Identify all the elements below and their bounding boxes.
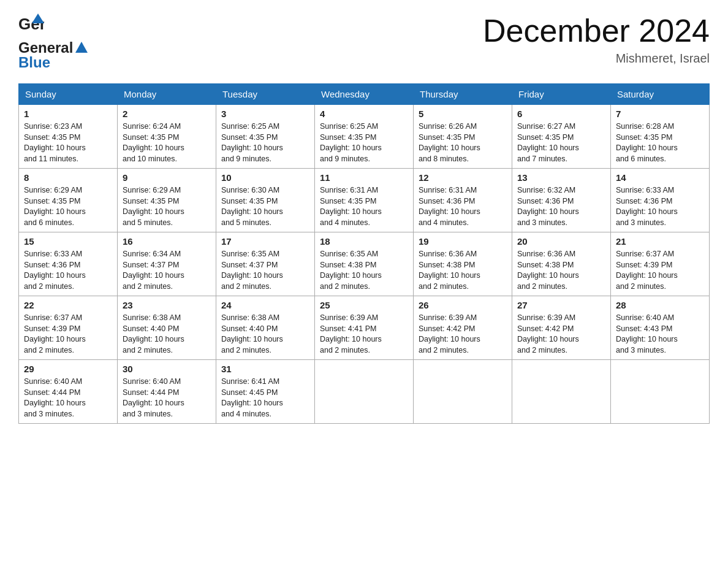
day-number: 30 bbox=[123, 364, 211, 374]
day-number: 1 bbox=[24, 109, 112, 119]
day-info: Sunrise: 6:34 AM Sunset: 4:37 PM Dayligh… bbox=[123, 249, 211, 292]
day-cell-7: 7 Sunrise: 6:28 AM Sunset: 4:35 PM Dayli… bbox=[611, 105, 710, 169]
weekday-header-friday: Friday bbox=[512, 84, 611, 105]
day-number: 12 bbox=[419, 172, 507, 183]
calendar-table: SundayMondayTuesdayWednesdayThursdayFrid… bbox=[18, 83, 710, 424]
empty-day-cell bbox=[611, 360, 710, 424]
day-cell-1: 1 Sunrise: 6:23 AM Sunset: 4:35 PM Dayli… bbox=[19, 105, 118, 169]
day-number: 29 bbox=[24, 364, 112, 374]
day-number: 17 bbox=[221, 236, 309, 247]
day-info: Sunrise: 6:40 AM Sunset: 4:43 PM Dayligh… bbox=[616, 313, 704, 356]
day-cell-10: 10 Sunrise: 6:30 AM Sunset: 4:35 PM Dayl… bbox=[216, 169, 315, 232]
empty-day-cell bbox=[414, 360, 512, 424]
day-number: 3 bbox=[221, 109, 309, 119]
day-number: 14 bbox=[616, 172, 704, 183]
day-cell-21: 21 Sunrise: 6:37 AM Sunset: 4:39 PM Dayl… bbox=[611, 232, 710, 296]
weekday-header-wednesday: Wednesday bbox=[315, 84, 414, 105]
day-info: Sunrise: 6:27 AM Sunset: 4:35 PM Dayligh… bbox=[517, 121, 605, 164]
week-row-5: 29 Sunrise: 6:40 AM Sunset: 4:44 PM Dayl… bbox=[19, 360, 710, 424]
day-cell-16: 16 Sunrise: 6:34 AM Sunset: 4:37 PM Dayl… bbox=[118, 232, 216, 296]
day-cell-24: 24 Sunrise: 6:38 AM Sunset: 4:40 PM Dayl… bbox=[216, 296, 315, 360]
page-header: General General Blue December 2024 Mishm… bbox=[18, 12, 710, 71]
day-info: Sunrise: 6:29 AM Sunset: 4:35 PM Dayligh… bbox=[24, 185, 112, 228]
day-number: 5 bbox=[419, 109, 507, 119]
day-cell-19: 19 Sunrise: 6:36 AM Sunset: 4:38 PM Dayl… bbox=[414, 232, 512, 296]
day-info: Sunrise: 6:38 AM Sunset: 4:40 PM Dayligh… bbox=[123, 313, 211, 356]
day-info: Sunrise: 6:41 AM Sunset: 4:45 PM Dayligh… bbox=[221, 377, 309, 419]
day-info: Sunrise: 6:35 AM Sunset: 4:38 PM Dayligh… bbox=[320, 249, 408, 292]
day-cell-14: 14 Sunrise: 6:33 AM Sunset: 4:36 PM Dayl… bbox=[611, 169, 710, 232]
weekday-header-monday: Monday bbox=[118, 84, 216, 105]
week-row-1: 1 Sunrise: 6:23 AM Sunset: 4:35 PM Dayli… bbox=[19, 105, 710, 169]
day-number: 7 bbox=[616, 109, 704, 119]
day-number: 16 bbox=[123, 236, 211, 247]
day-info: Sunrise: 6:39 AM Sunset: 4:42 PM Dayligh… bbox=[517, 313, 605, 356]
day-info: Sunrise: 6:32 AM Sunset: 4:36 PM Dayligh… bbox=[517, 185, 605, 228]
weekday-header-thursday: Thursday bbox=[414, 84, 512, 105]
day-cell-23: 23 Sunrise: 6:38 AM Sunset: 4:40 PM Dayl… bbox=[118, 296, 216, 360]
day-info: Sunrise: 6:25 AM Sunset: 4:35 PM Dayligh… bbox=[320, 121, 408, 164]
day-cell-4: 4 Sunrise: 6:25 AM Sunset: 4:35 PM Dayli… bbox=[315, 105, 414, 169]
day-number: 13 bbox=[517, 172, 605, 183]
day-number: 26 bbox=[419, 300, 507, 310]
day-cell-6: 6 Sunrise: 6:27 AM Sunset: 4:35 PM Dayli… bbox=[512, 105, 611, 169]
week-row-2: 8 Sunrise: 6:29 AM Sunset: 4:35 PM Dayli… bbox=[19, 169, 710, 232]
weekday-header-sunday: Sunday bbox=[19, 84, 118, 105]
day-info: Sunrise: 6:29 AM Sunset: 4:35 PM Dayligh… bbox=[123, 185, 211, 228]
weekday-header-saturday: Saturday bbox=[611, 84, 710, 105]
day-number: 11 bbox=[320, 172, 408, 183]
day-number: 28 bbox=[616, 300, 704, 310]
day-cell-11: 11 Sunrise: 6:31 AM Sunset: 4:35 PM Dayl… bbox=[315, 169, 414, 232]
day-info: Sunrise: 6:40 AM Sunset: 4:44 PM Dayligh… bbox=[123, 377, 211, 419]
day-info: Sunrise: 6:33 AM Sunset: 4:36 PM Dayligh… bbox=[616, 185, 704, 228]
day-info: Sunrise: 6:33 AM Sunset: 4:36 PM Dayligh… bbox=[24, 249, 112, 292]
day-cell-12: 12 Sunrise: 6:31 AM Sunset: 4:36 PM Dayl… bbox=[414, 169, 512, 232]
day-info: Sunrise: 6:37 AM Sunset: 4:39 PM Dayligh… bbox=[616, 249, 704, 292]
day-number: 15 bbox=[24, 236, 112, 247]
day-number: 20 bbox=[517, 236, 605, 247]
day-cell-22: 22 Sunrise: 6:37 AM Sunset: 4:39 PM Dayl… bbox=[19, 296, 118, 360]
day-cell-2: 2 Sunrise: 6:24 AM Sunset: 4:35 PM Dayli… bbox=[118, 105, 216, 169]
day-cell-20: 20 Sunrise: 6:36 AM Sunset: 4:38 PM Dayl… bbox=[512, 232, 611, 296]
day-info: Sunrise: 6:39 AM Sunset: 4:42 PM Dayligh… bbox=[419, 313, 507, 356]
day-cell-25: 25 Sunrise: 6:39 AM Sunset: 4:41 PM Dayl… bbox=[315, 296, 414, 360]
day-info: Sunrise: 6:23 AM Sunset: 4:35 PM Dayligh… bbox=[24, 121, 112, 164]
logo: General General Blue bbox=[18, 12, 88, 71]
day-cell-18: 18 Sunrise: 6:35 AM Sunset: 4:38 PM Dayl… bbox=[315, 232, 414, 296]
day-number: 22 bbox=[24, 300, 112, 310]
day-info: Sunrise: 6:38 AM Sunset: 4:40 PM Dayligh… bbox=[221, 313, 309, 356]
day-info: Sunrise: 6:26 AM Sunset: 4:35 PM Dayligh… bbox=[419, 121, 507, 164]
day-cell-27: 27 Sunrise: 6:39 AM Sunset: 4:42 PM Dayl… bbox=[512, 296, 611, 360]
day-info: Sunrise: 6:37 AM Sunset: 4:39 PM Dayligh… bbox=[24, 313, 112, 356]
day-info: Sunrise: 6:25 AM Sunset: 4:35 PM Dayligh… bbox=[221, 121, 309, 164]
day-cell-29: 29 Sunrise: 6:40 AM Sunset: 4:44 PM Dayl… bbox=[19, 360, 118, 424]
svg-marker-2 bbox=[75, 42, 88, 53]
weekday-header-row: SundayMondayTuesdayWednesdayThursdayFrid… bbox=[19, 84, 710, 105]
day-number: 27 bbox=[517, 300, 605, 310]
weekday-header-tuesday: Tuesday bbox=[216, 84, 315, 105]
day-info: Sunrise: 6:31 AM Sunset: 4:36 PM Dayligh… bbox=[419, 185, 507, 228]
day-cell-15: 15 Sunrise: 6:33 AM Sunset: 4:36 PM Dayl… bbox=[19, 232, 118, 296]
logo-icon: General bbox=[18, 12, 44, 38]
calendar-title: December 2024 bbox=[483, 12, 710, 49]
day-number: 23 bbox=[123, 300, 211, 310]
day-info: Sunrise: 6:24 AM Sunset: 4:35 PM Dayligh… bbox=[123, 121, 211, 164]
day-info: Sunrise: 6:39 AM Sunset: 4:41 PM Dayligh… bbox=[320, 313, 408, 356]
logo-triangle-icon bbox=[75, 42, 88, 54]
day-info: Sunrise: 6:30 AM Sunset: 4:35 PM Dayligh… bbox=[221, 185, 309, 228]
day-info: Sunrise: 6:36 AM Sunset: 4:38 PM Dayligh… bbox=[517, 249, 605, 292]
day-number: 18 bbox=[320, 236, 408, 247]
day-number: 19 bbox=[419, 236, 507, 247]
empty-day-cell bbox=[512, 360, 611, 424]
logo-blue-text: Blue bbox=[18, 54, 50, 71]
day-cell-8: 8 Sunrise: 6:29 AM Sunset: 4:35 PM Dayli… bbox=[19, 169, 118, 232]
day-info: Sunrise: 6:40 AM Sunset: 4:44 PM Dayligh… bbox=[24, 377, 112, 419]
day-info: Sunrise: 6:35 AM Sunset: 4:37 PM Dayligh… bbox=[221, 249, 309, 292]
day-number: 2 bbox=[123, 109, 211, 119]
day-number: 10 bbox=[221, 172, 309, 183]
calendar-subtitle: Mishmeret, Israel bbox=[483, 52, 710, 66]
day-cell-13: 13 Sunrise: 6:32 AM Sunset: 4:36 PM Dayl… bbox=[512, 169, 611, 232]
day-info: Sunrise: 6:36 AM Sunset: 4:38 PM Dayligh… bbox=[419, 249, 507, 292]
day-cell-26: 26 Sunrise: 6:39 AM Sunset: 4:42 PM Dayl… bbox=[414, 296, 512, 360]
day-number: 4 bbox=[320, 109, 408, 119]
